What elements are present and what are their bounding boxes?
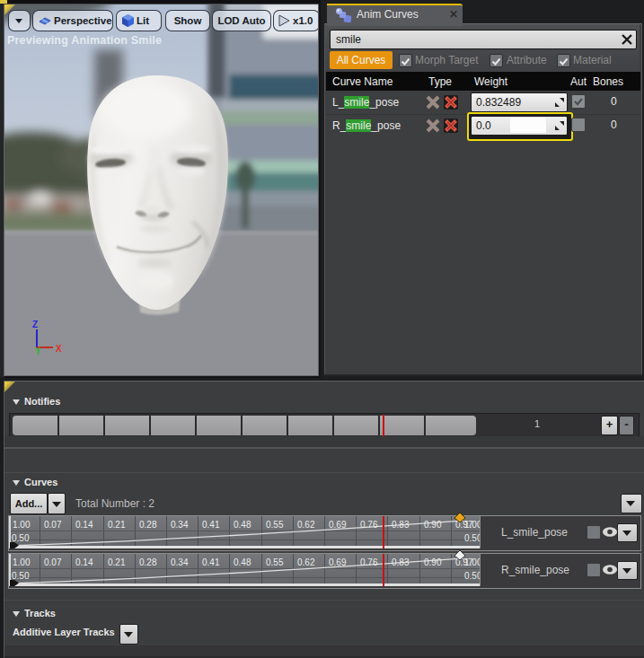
- svg-text:X: X: [56, 344, 62, 354]
- svg-text:Y: Y: [35, 347, 41, 356]
- svg-text:Z: Z: [32, 320, 38, 329]
